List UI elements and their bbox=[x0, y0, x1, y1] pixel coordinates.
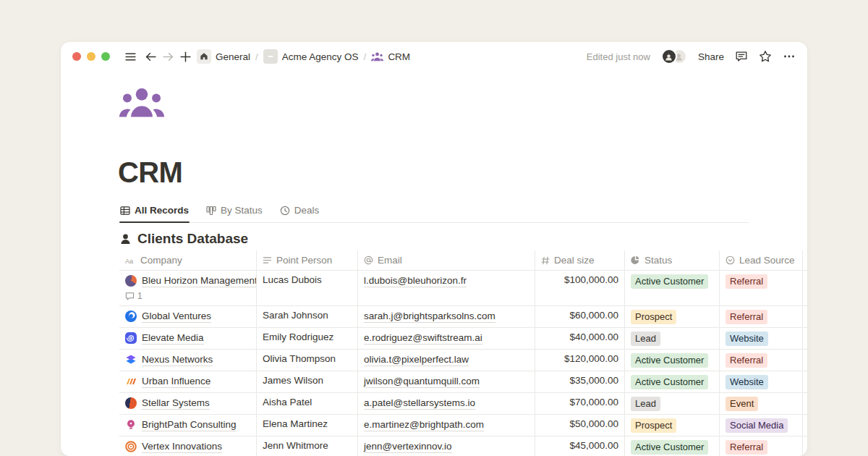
source-tag[interactable]: Social Media bbox=[726, 418, 788, 433]
company-name[interactable]: Vertex Innovations bbox=[142, 440, 222, 453]
cell-deal-size[interactable]: $50,000.00 bbox=[535, 415, 625, 436]
cell-email[interactable]: sarah.j@brightsparksolns.com bbox=[358, 306, 535, 327]
cell-company[interactable]: Bleu Horizon Management 1 bbox=[119, 271, 257, 305]
tab-all-records[interactable]: All Records bbox=[119, 202, 190, 222]
cell-deal-size[interactable]: $35,000.00 bbox=[535, 371, 625, 392]
cell-status[interactable]: Active Customer bbox=[625, 371, 720, 392]
forward-button[interactable] bbox=[159, 48, 176, 65]
company-name[interactable]: Bleu Horizon Management bbox=[142, 274, 257, 287]
presence-avatars[interactable] bbox=[661, 48, 687, 64]
cell-lead-source[interactable]: Referral bbox=[720, 306, 803, 327]
page-icon-people-group[interactable] bbox=[119, 87, 165, 119]
cell-email[interactable]: e.martinez@brightpath.com bbox=[358, 415, 535, 436]
status-tag[interactable]: Lead bbox=[631, 332, 660, 346]
column-header-company[interactable]: Aa Company bbox=[119, 250, 257, 270]
email-link[interactable]: a.patel@stellarsystems.io bbox=[364, 397, 475, 410]
breadcrumb-item-general[interactable]: General bbox=[197, 49, 250, 64]
company-name[interactable]: Stellar Systems bbox=[142, 397, 210, 410]
status-tag[interactable]: Active Customer bbox=[631, 353, 708, 368]
company-name[interactable]: BrightPath Consulting bbox=[142, 418, 237, 431]
status-tag[interactable]: Active Customer bbox=[631, 274, 708, 289]
column-header-deal-size[interactable]: Deal size bbox=[535, 250, 625, 270]
breadcrumb-item-crm[interactable]: CRM bbox=[371, 51, 410, 62]
cell-lead-source[interactable]: Referral bbox=[720, 350, 803, 371]
cell-status[interactable]: Active Customer bbox=[625, 436, 720, 456]
cell-deal-size[interactable]: $60,000.00 bbox=[535, 306, 625, 327]
cell-point-person[interactable]: Aisha Patel bbox=[257, 393, 358, 414]
cell-point-person[interactable]: Olivia Thompson bbox=[257, 350, 358, 371]
cell-company[interactable]: Global Ventures bbox=[119, 306, 257, 327]
cell-lead-source[interactable]: Referral bbox=[720, 436, 803, 456]
cell-point-person[interactable]: Emily Rodriguez bbox=[257, 328, 358, 349]
comment-count-badge[interactable]: 1 bbox=[125, 291, 142, 301]
column-header-lead-source[interactable]: Lead Source bbox=[720, 250, 803, 270]
status-tag[interactable]: Prospect bbox=[631, 310, 676, 324]
cell-deal-size[interactable]: $100,000.00 bbox=[535, 271, 625, 305]
new-page-button[interactable] bbox=[176, 48, 194, 65]
cell-email[interactable]: jenn@vertexinnov.io bbox=[358, 436, 535, 456]
tab-deals[interactable]: Deals bbox=[279, 202, 320, 222]
column-header-status[interactable]: Status bbox=[625, 250, 720, 270]
page-title[interactable]: CRM bbox=[118, 156, 182, 189]
status-tag[interactable]: Prospect bbox=[631, 418, 676, 433]
minimize-button[interactable] bbox=[87, 52, 95, 61]
cell-point-person[interactable]: Jenn Whitmore bbox=[257, 436, 358, 456]
email-link[interactable]: e.rodriguez@swiftstream.ai bbox=[364, 332, 482, 345]
source-tag[interactable]: Referral bbox=[726, 440, 767, 455]
cell-email[interactable]: jwilson@quantumquill.com bbox=[358, 371, 535, 392]
cell-point-person[interactable]: Lucas Dubois bbox=[257, 271, 358, 305]
cell-email[interactable]: e.rodriguez@swiftstream.ai bbox=[358, 328, 535, 349]
company-name[interactable]: Global Ventures bbox=[142, 310, 211, 323]
breadcrumb-item-acme-agency-os[interactable]: Acme Agency OS bbox=[263, 49, 359, 64]
email-link[interactable]: e.martinez@brightpath.com bbox=[364, 418, 484, 431]
email-link[interactable]: jwilson@quantumquill.com bbox=[364, 375, 480, 388]
status-tag[interactable]: Active Customer bbox=[631, 375, 708, 389]
cell-company[interactable]: Stellar Systems bbox=[119, 393, 257, 414]
cell-company[interactable]: Nexus Networks bbox=[119, 350, 257, 371]
source-tag[interactable]: Website bbox=[726, 375, 768, 389]
cell-company[interactable]: Vertex Innovations bbox=[119, 436, 257, 456]
company-name[interactable]: Urban Influence bbox=[142, 375, 210, 388]
cell-deal-size[interactable]: $70,000.00 bbox=[535, 393, 625, 414]
cell-lead-source[interactable]: Event bbox=[720, 393, 803, 414]
favorite-button[interactable] bbox=[759, 50, 772, 63]
back-button[interactable] bbox=[142, 48, 159, 65]
cell-point-person[interactable]: James Wilson bbox=[257, 371, 358, 392]
cell-status[interactable]: Lead bbox=[625, 328, 720, 349]
cell-point-person[interactable]: Sarah Johnson bbox=[257, 306, 358, 327]
company-name[interactable]: Elevate Media bbox=[142, 332, 204, 345]
cell-lead-source[interactable]: Social Media bbox=[720, 415, 803, 436]
status-tag[interactable]: Lead bbox=[631, 397, 660, 411]
source-tag[interactable]: Referral bbox=[726, 310, 767, 324]
cell-status[interactable]: Active Customer bbox=[625, 271, 720, 305]
email-link[interactable]: jenn@vertexinnov.io bbox=[364, 440, 452, 453]
database-title[interactable]: Clients Database bbox=[137, 231, 248, 247]
cell-email[interactable]: olivia.t@pixelperfect.law bbox=[358, 350, 535, 371]
cell-lead-source[interactable]: Website bbox=[720, 371, 803, 392]
cell-point-person[interactable]: Elena Martinez bbox=[257, 415, 358, 436]
cell-company[interactable]: BrightPath Consulting bbox=[119, 415, 257, 436]
email-link[interactable]: l.dubois@bleuhorizon.fr bbox=[364, 274, 467, 287]
company-name[interactable]: Nexus Networks bbox=[142, 353, 213, 366]
tab-by-status[interactable]: By Status bbox=[205, 202, 263, 222]
cell-lead-source[interactable]: Website bbox=[720, 328, 803, 349]
cell-lead-source[interactable]: Referral bbox=[720, 271, 803, 305]
cell-status[interactable]: Active Customer bbox=[625, 350, 720, 371]
source-tag[interactable]: Event bbox=[726, 397, 758, 411]
cell-status[interactable]: Lead bbox=[625, 393, 720, 414]
comments-button[interactable] bbox=[735, 50, 748, 63]
close-button[interactable] bbox=[72, 52, 81, 61]
cell-status[interactable]: Prospect bbox=[625, 415, 720, 436]
source-tag[interactable]: Website bbox=[726, 332, 768, 346]
cell-email[interactable]: a.patel@stellarsystems.io bbox=[358, 393, 535, 414]
cell-deal-size[interactable]: $40,000.00 bbox=[535, 328, 625, 349]
more-options-button[interactable] bbox=[783, 50, 796, 63]
zoom-button[interactable] bbox=[101, 52, 110, 61]
cell-company[interactable]: Elevate Media bbox=[119, 328, 257, 349]
email-link[interactable]: sarah.j@brightsparksolns.com bbox=[364, 310, 495, 323]
sidebar-menu-button[interactable] bbox=[122, 48, 139, 65]
status-tag[interactable]: Active Customer bbox=[631, 440, 708, 455]
source-tag[interactable]: Referral bbox=[726, 353, 767, 368]
cell-status[interactable]: Prospect bbox=[625, 306, 720, 327]
share-button[interactable]: Share bbox=[698, 51, 724, 62]
